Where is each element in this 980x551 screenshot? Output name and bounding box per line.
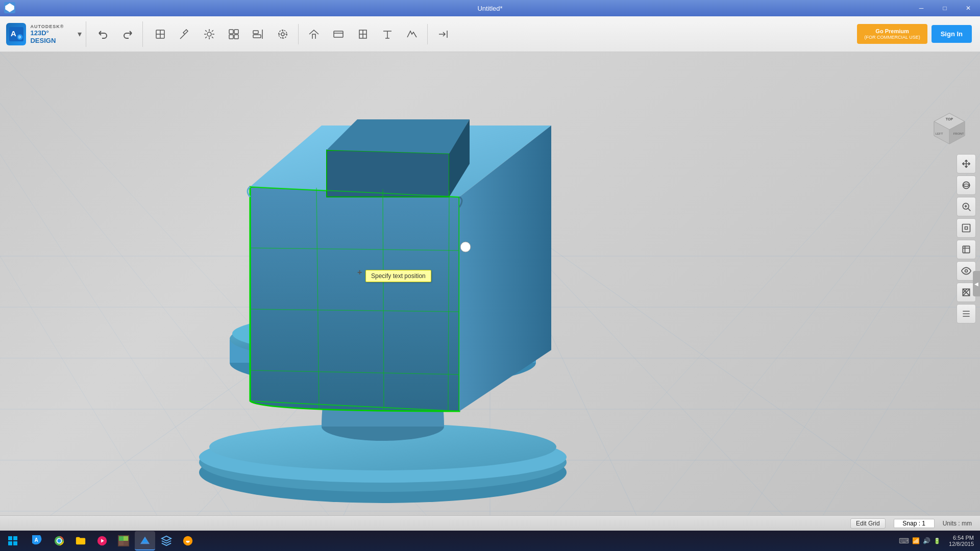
windows-taskbar: A [0, 531, 980, 551]
viewport[interactable]: Specify text position + TOP LEFT FRONT [0, 52, 980, 515]
svg-text:FRONT: FRONT [953, 132, 964, 135]
svg-line-63 [968, 209, 971, 211]
go-premium-btn[interactable]: Go Premium (FOR COMMERCIAL USE) [857, 24, 927, 44]
close-btn[interactable]: ✕ [957, 0, 980, 16]
time-display: 6:54 PM [953, 535, 974, 541]
product-name: 123D° DESIGN [30, 29, 71, 44]
svg-rect-13 [253, 35, 261, 38]
svg-text:A: A [35, 537, 39, 543]
svg-rect-11 [234, 35, 238, 39]
svg-rect-9 [234, 30, 238, 34]
svg-rect-82 [124, 536, 128, 541]
window-controls: ─ □ ✕ [910, 0, 980, 16]
snap-input[interactable] [894, 519, 935, 528]
logo-text: AUTODESK® 123D° DESIGN [30, 24, 71, 44]
taskbar-autodesk-btn[interactable] [135, 531, 155, 550]
group-btn[interactable] [223, 23, 245, 45]
svg-point-61 [963, 182, 969, 188]
align-btn[interactable] [247, 23, 270, 45]
date-display: 12/8/2015 [949, 541, 974, 547]
windows-start-btn[interactable] [0, 531, 26, 551]
edit-grid-btn[interactable]: Edit Grid [850, 518, 886, 529]
tooltip-text: Specify text position [371, 272, 426, 280]
import-btn[interactable] [432, 23, 454, 45]
taskbar-folder-btn[interactable] [70, 531, 91, 550]
maximize-btn[interactable]: □ [933, 0, 957, 16]
go-premium-sub: (FOR COMMERCIAL USE) [864, 35, 920, 40]
tooltip: Specify text position [365, 270, 431, 282]
view-home-btn[interactable] [303, 23, 325, 45]
taskbar-design-btn[interactable] [156, 531, 177, 550]
view-cube-svg: TOP LEFT FRONT [929, 108, 970, 149]
units-label: Units : mm [943, 520, 972, 527]
taskbar-minecraft-btn[interactable] [113, 531, 134, 550]
status-bar: Edit Grid Units : mm [0, 515, 980, 531]
zoom-extents-btn[interactable] [957, 218, 976, 238]
taskbar-right: ⌨ 📶 🔊 🔋 6:54 PM 12/8/2015 [899, 535, 980, 547]
snap-btn[interactable] [272, 23, 294, 45]
cursor-crosshair: + [357, 268, 362, 277]
svg-rect-81 [119, 536, 124, 541]
sep3 [298, 24, 299, 44]
premium-area: Go Premium (FOR COMMERCIAL USE) Sign In [857, 24, 980, 44]
network-icon: 📶 [912, 537, 920, 544]
svg-text:D: D [18, 35, 21, 39]
title-bar: Untitled* ─ □ ✕ [0, 0, 980, 16]
svg-rect-83 [119, 541, 124, 545]
undo-btn[interactable] [92, 23, 115, 45]
redo-btn[interactable] [116, 23, 138, 45]
settings-btn[interactable] [957, 304, 976, 323]
svg-point-15 [281, 33, 284, 36]
app-icon [4, 2, 15, 13]
view-cube[interactable]: TOP LEFT FRONT [929, 108, 970, 149]
svg-point-57 [460, 242, 471, 252]
add-primitive-btn[interactable] [149, 23, 172, 45]
snap-control [894, 519, 935, 528]
zoom-btn[interactable] [957, 197, 976, 216]
view-front-btn[interactable] [327, 23, 350, 45]
3d-model [0, 52, 980, 515]
keyboard-icon: ⌨ [899, 537, 909, 545]
right-toolbar [957, 154, 976, 323]
view-left-btn[interactable] [352, 23, 374, 45]
taskbar-items: A [26, 531, 899, 550]
svg-rect-17 [334, 31, 343, 37]
taskbar-chrome-btn[interactable] [49, 531, 69, 550]
logo-dropdown-btn[interactable]: ▾ [78, 29, 82, 39]
sketch-btn[interactable] [174, 23, 196, 45]
text-btn[interactable] [376, 23, 399, 45]
svg-rect-12 [253, 31, 258, 34]
orbit-btn[interactable] [957, 176, 976, 195]
toolbar-separator-1 [86, 21, 86, 47]
home-view-btn[interactable] [957, 240, 976, 259]
svg-text:TOP: TOP [946, 117, 953, 121]
measure-btn[interactable] [401, 23, 423, 45]
header: A D AUTODESK® 123D° DESIGN ▾ [0, 16, 980, 52]
expand-panel-btn[interactable]: ◀ [973, 271, 980, 296]
taskbar-paint-btn[interactable] [178, 531, 198, 550]
move-btn[interactable] [957, 154, 976, 173]
svg-rect-72 [13, 541, 17, 545]
speaker-icon: 🔊 [923, 537, 930, 544]
go-premium-label: Go Premium [875, 28, 909, 34]
svg-rect-70 [13, 536, 17, 540]
modify-btn[interactable] [198, 23, 220, 45]
clock-area: 6:54 PM 12/8/2015 [949, 535, 974, 547]
toolbar-separator-2 [142, 21, 143, 47]
logo-area: A D AUTODESK® 123D° DESIGN ▾ [0, 23, 82, 45]
minimize-btn[interactable]: ─ [910, 0, 933, 16]
svg-point-77 [57, 539, 61, 542]
svg-rect-84 [124, 541, 128, 545]
svg-point-7 [207, 32, 211, 36]
system-tray: ⌨ 📶 🔊 🔋 [899, 537, 941, 545]
window-title: Untitled* [477, 5, 502, 12]
taskbar-search-btn[interactable]: A [28, 531, 48, 550]
taskbar-media-btn[interactable] [92, 531, 112, 550]
battery-icon: 🔋 [934, 538, 941, 544]
app-logo-icon: A D [6, 23, 26, 45]
sign-in-btn[interactable]: Sign In [932, 25, 972, 43]
undo-redo-group [90, 23, 140, 45]
sep4 [427, 24, 428, 44]
svg-rect-8 [229, 30, 233, 34]
units-display: Units : mm [943, 520, 972, 527]
